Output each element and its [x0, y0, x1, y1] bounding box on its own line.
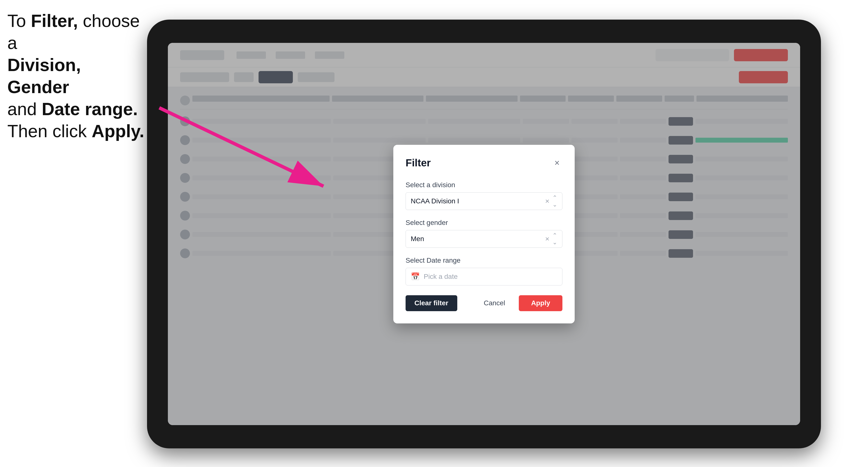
modal-title: Filter: [406, 157, 431, 169]
modal-close-button[interactable]: ×: [552, 158, 562, 168]
gender-value: Men: [411, 235, 424, 243]
instruction-line1: To Filter, choose a: [7, 11, 140, 53]
division-form-group: Select a division NCAA Division I × ⌃⌄: [406, 181, 562, 210]
clear-filter-button[interactable]: Clear filter: [406, 295, 457, 311]
gender-label: Select gender: [406, 219, 562, 227]
calendar-icon: 📅: [411, 272, 420, 281]
division-select[interactable]: NCAA Division I × ⌃⌄: [406, 192, 562, 210]
gender-select[interactable]: Men × ⌃⌄: [406, 230, 562, 248]
gender-select-controls: × ⌃⌄: [545, 232, 557, 246]
instruction-text: To Filter, choose a Division, Gender and…: [7, 10, 145, 142]
cancel-button[interactable]: Cancel: [475, 295, 514, 311]
gender-arrow-icon: ⌃⌄: [552, 232, 557, 246]
gender-form-group: Select gender Men × ⌃⌄: [406, 219, 562, 248]
tablet-screen: Filter × Select a division NCAA Division…: [168, 43, 800, 425]
date-label: Select Date range: [406, 256, 562, 264]
modal-footer: Clear filter Cancel Apply: [406, 295, 562, 311]
modal-header: Filter ×: [406, 157, 562, 169]
division-value: NCAA Division I: [411, 197, 459, 205]
filter-modal: Filter × Select a division NCAA Division…: [393, 145, 575, 323]
modal-overlay: Filter × Select a division NCAA Division…: [168, 43, 800, 425]
apply-button[interactable]: Apply: [519, 295, 562, 311]
division-arrow-icon: ⌃⌄: [552, 194, 557, 208]
tablet-device: Filter × Select a division NCAA Division…: [147, 20, 821, 448]
instruction-line4: Then click Apply.: [7, 121, 144, 141]
date-form-group: Select Date range 📅 Pick a date: [406, 256, 562, 285]
date-placeholder: Pick a date: [424, 273, 458, 281]
instruction-bold2: Division, Gender: [7, 55, 81, 97]
date-input[interactable]: 📅 Pick a date: [406, 268, 562, 285]
division-label: Select a division: [406, 181, 562, 189]
instruction-line3: and Date range.: [7, 99, 138, 119]
division-select-controls: × ⌃⌄: [545, 194, 557, 208]
division-clear-icon[interactable]: ×: [545, 197, 550, 205]
gender-clear-icon[interactable]: ×: [545, 235, 550, 243]
modal-footer-right: Cancel Apply: [475, 295, 562, 311]
